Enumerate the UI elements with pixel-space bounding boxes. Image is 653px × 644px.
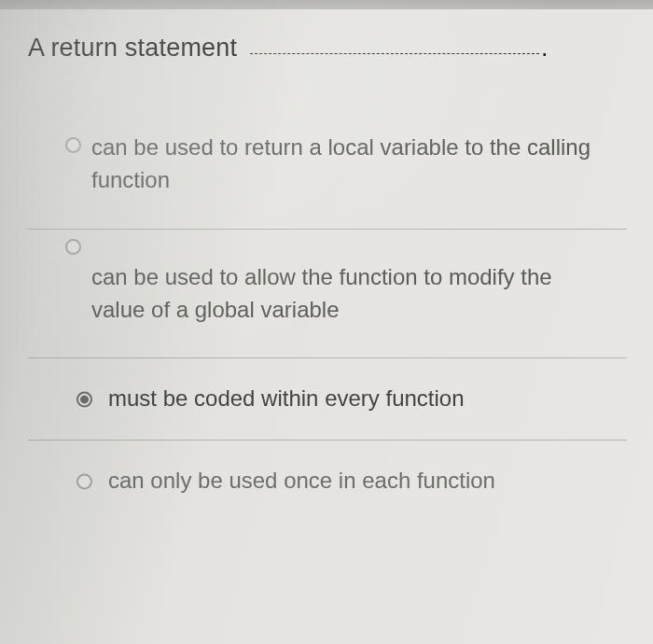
radio-icon[interactable] <box>76 473 92 489</box>
option-label: can be used to allow the function to mod… <box>91 261 608 327</box>
stem-text: A return statement <box>28 34 237 62</box>
radio-icon[interactable] <box>65 137 81 153</box>
radio-icon-selected[interactable] <box>76 391 92 407</box>
radio-icon[interactable] <box>65 239 81 255</box>
option-label: must be coded within every function <box>91 383 608 415</box>
option-3[interactable]: must be coded within every function <box>28 357 627 440</box>
option-2[interactable]: can be used to allow the function to mod… <box>28 229 627 358</box>
options-group: can be used to return a local variable t… <box>28 128 627 522</box>
question-card: A return statement . can be used to retu… <box>0 0 653 540</box>
stem-period: . <box>541 34 549 62</box>
option-label: can be used to return a local variable t… <box>91 132 608 197</box>
window-top-edge <box>0 0 653 9</box>
option-1[interactable]: can be used to return a local variable t… <box>28 128 627 229</box>
option-4[interactable]: can only be used once in each function <box>28 440 627 522</box>
question-stem: A return statement . <box>28 34 627 63</box>
option-label: can only be used once in each function <box>91 465 608 497</box>
fill-in-blank <box>250 32 539 54</box>
